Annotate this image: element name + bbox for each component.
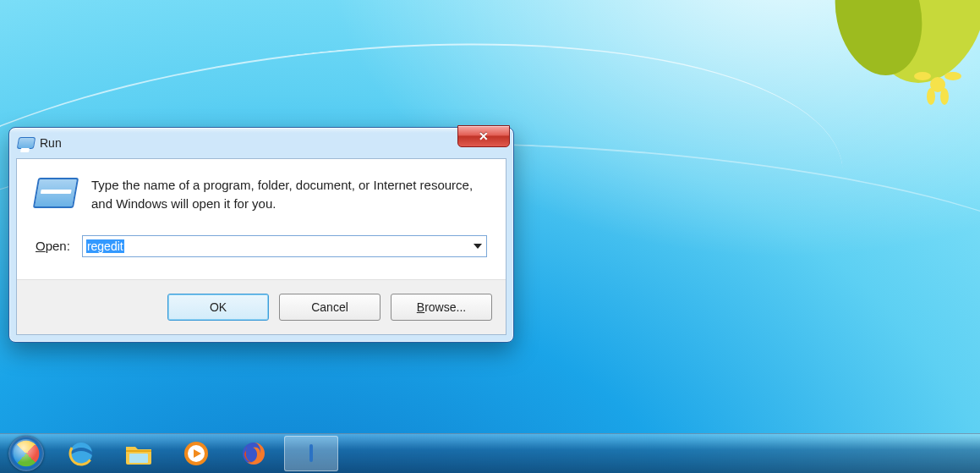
taskbar-item-file-explorer[interactable] (112, 436, 166, 471)
taskbar-item-run-dialog[interactable] (284, 436, 338, 471)
start-button[interactable] (0, 434, 52, 473)
run-icon (18, 136, 35, 150)
wallpaper-leaf (760, 0, 980, 135)
taskbar (0, 433, 980, 473)
titlebar[interactable]: Run ✕ (9, 128, 513, 158)
svg-point-3 (914, 72, 931, 80)
run-dialog-icon (36, 176, 76, 210)
firefox-icon (238, 440, 269, 467)
windows-orb-icon (8, 436, 44, 471)
button-row: OK Cancel Browse... (17, 279, 506, 334)
run-dialog-window: Run ✕ Type the name of a program, folder… (8, 127, 514, 343)
taskbar-item-media-player[interactable] (169, 436, 223, 471)
media-player-icon (181, 440, 211, 467)
svg-rect-9 (129, 454, 148, 463)
open-combobox[interactable]: regedit (82, 235, 487, 257)
internet-explorer-icon (66, 440, 96, 467)
client-area: Type the name of a program, folder, docu… (16, 158, 506, 335)
ok-button[interactable]: OK (167, 294, 269, 321)
combobox-dropdown-button[interactable] (469, 236, 486, 256)
desktop: Run ✕ Type the name of a program, folder… (0, 0, 980, 473)
description-text: Type the name of a program, folder, docu… (91, 176, 487, 213)
chevron-down-icon (474, 244, 482, 249)
taskbar-item-firefox[interactable] (227, 436, 281, 471)
taskbar-item-internet-explorer[interactable] (54, 436, 108, 471)
close-button[interactable]: ✕ (457, 125, 510, 147)
open-input[interactable]: regedit (83, 238, 469, 255)
cancel-button[interactable]: Cancel (279, 294, 381, 321)
svg-point-4 (944, 72, 961, 80)
window-title: Run (40, 136, 62, 150)
run-icon (309, 446, 313, 461)
svg-point-5 (927, 88, 935, 105)
open-label: Open: (36, 239, 70, 253)
browse-button[interactable]: Browse... (391, 294, 492, 321)
close-icon: ✕ (479, 129, 489, 143)
svg-point-6 (940, 88, 949, 105)
folder-icon (123, 440, 154, 467)
